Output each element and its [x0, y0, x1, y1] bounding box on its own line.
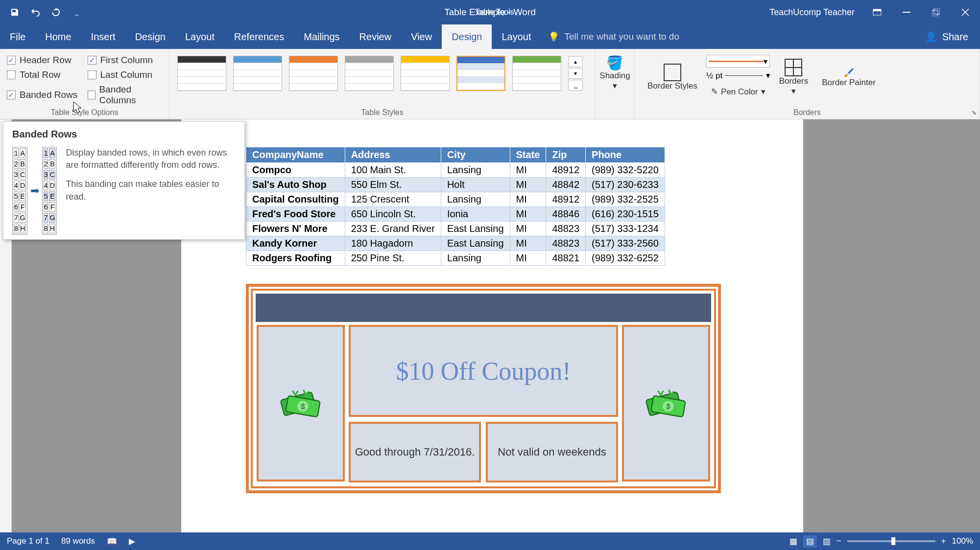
line-weight-dropdown[interactable]: ½ pt▾ — [706, 70, 770, 81]
table-cell[interactable]: Fred's Food Store — [246, 207, 345, 222]
tab-mailings[interactable]: Mailings — [294, 24, 349, 49]
tab-file[interactable]: File — [0, 24, 35, 49]
table-row[interactable]: Compco100 Main St.LansingMI48912(989) 33… — [246, 163, 665, 178]
tab-layout[interactable]: Layout — [175, 24, 224, 49]
table-row[interactable]: Rodgers Roofing250 Pine St.LansingMI4882… — [246, 251, 665, 266]
table-cell[interactable]: (517) 230-6233 — [586, 178, 665, 192]
table-style-thumb-selected[interactable] — [456, 56, 505, 91]
table-cell[interactable]: Compco — [246, 163, 345, 178]
line-style-dropdown[interactable]: ▾ — [706, 55, 770, 68]
last-column-checkbox[interactable]: Last Column — [88, 69, 163, 80]
table-cell[interactable]: 250 Pine St. — [345, 251, 441, 266]
table-cell[interactable]: Lansing — [441, 163, 510, 178]
table-cell[interactable]: (517) 333-2560 — [586, 236, 665, 251]
borders-button[interactable]: Borders ▾ — [774, 56, 813, 99]
table-cell[interactable]: 125 Crescent — [345, 192, 441, 207]
table-styles-more[interactable]: ▴ ▾ ⎯ — [568, 56, 583, 91]
tab-table-layout[interactable]: Layout — [492, 24, 541, 49]
table-style-thumb[interactable] — [177, 56, 226, 91]
table-cell[interactable]: 48912 — [546, 192, 586, 207]
table-cell[interactable]: Holt — [441, 178, 510, 192]
undo-icon[interactable] — [29, 6, 41, 18]
share-button[interactable]: 👤 Share — [913, 24, 980, 49]
table-cell[interactable]: MI — [510, 163, 546, 178]
table-style-thumb[interactable] — [289, 56, 338, 91]
table-cell[interactable]: MI — [510, 251, 546, 266]
table-cell[interactable]: Capital Consulting — [246, 192, 345, 207]
table-cell[interactable]: 233 E. Grand River — [345, 222, 441, 236]
border-painter-button[interactable]: 🖌️ Border Painter — [817, 65, 881, 91]
table-cell[interactable]: Rodgers Roofing — [246, 251, 345, 266]
table-cell[interactable]: 48846 — [546, 207, 586, 222]
table-row[interactable]: Flowers N' More233 E. Grand RiverEast La… — [246, 222, 665, 236]
table-cell[interactable]: East Lansing — [441, 236, 510, 251]
table-cell[interactable]: Lansing — [441, 251, 510, 266]
close-icon[interactable] — [951, 0, 980, 24]
table-cell[interactable]: (989) 332-2525 — [586, 192, 665, 207]
table-cell[interactable]: (517) 333-1234 — [586, 222, 665, 236]
table-style-thumb[interactable] — [512, 56, 561, 91]
border-styles-button[interactable]: Border Styles — [643, 61, 702, 94]
spell-check-icon[interactable]: 📖 — [107, 536, 117, 547]
redo-icon[interactable] — [50, 6, 62, 18]
company-data-table[interactable]: CompanyNameAddressCityStateZipPhone Comp… — [246, 147, 665, 266]
table-cell[interactable]: Lansing — [441, 192, 510, 207]
banded-rows-checkbox[interactable]: ✓Banded Rows — [7, 84, 82, 106]
table-cell[interactable]: (989) 332-5220 — [586, 163, 665, 178]
zoom-out-icon[interactable]: − — [837, 536, 841, 546]
table-row[interactable]: Fred's Food Store650 Lincoln St.IoniaMI4… — [246, 207, 665, 222]
table-style-thumb[interactable] — [401, 56, 450, 91]
table-cell[interactable]: 550 Elm St. — [345, 178, 441, 192]
web-layout-icon[interactable]: ▥ — [823, 536, 831, 547]
tab-view[interactable]: View — [401, 24, 442, 49]
more-styles-icon[interactable]: ⎯ — [568, 80, 583, 91]
pen-color-button[interactable]: ✎ Pen Color ▾ — [706, 84, 770, 100]
ribbon-display-icon[interactable] — [862, 0, 892, 24]
table-cell[interactable]: MI — [510, 222, 546, 236]
zoom-level[interactable]: 100% — [952, 536, 973, 546]
table-row[interactable]: Sal's Auto Shop550 Elm St.HoltMI48842(51… — [246, 178, 665, 192]
table-cell[interactable]: 100 Main St. — [345, 163, 441, 178]
word-count[interactable]: 89 words — [61, 536, 95, 546]
tab-design[interactable]: Design — [125, 24, 175, 49]
tab-home[interactable]: Home — [35, 24, 81, 49]
table-row[interactable]: Capital Consulting125 CrescentLansingMI4… — [246, 192, 665, 207]
macro-icon[interactable]: ▶ — [129, 536, 135, 547]
scroll-down-icon[interactable]: ▾ — [568, 68, 583, 79]
table-cell[interactable]: Kandy Korner — [246, 236, 345, 251]
table-cell[interactable]: 180 Hagadorn — [345, 236, 441, 251]
table-style-thumb[interactable] — [233, 56, 282, 91]
table-cell[interactable]: 48823 — [546, 236, 586, 251]
table-row[interactable]: Kandy Korner180 HagadornEast LansingMI48… — [246, 236, 665, 251]
dialog-launcher-icon[interactable]: ⬊ — [972, 109, 977, 116]
coupon-table[interactable]: $$ $10 Off Coupon! Good through 7/31/201… — [246, 284, 721, 493]
table-cell[interactable]: MI — [510, 207, 546, 222]
tab-table-design[interactable]: Design — [442, 24, 492, 49]
tab-references[interactable]: References — [224, 24, 294, 49]
tell-me-search[interactable]: 💡 Tell me what you want to do — [541, 24, 686, 49]
restore-icon[interactable] — [921, 0, 951, 24]
table-cell[interactable]: Ionia — [441, 207, 510, 222]
header-row-checkbox[interactable]: ✓Header Row — [7, 55, 82, 66]
tab-insert[interactable]: Insert — [81, 24, 125, 49]
table-cell[interactable]: 48842 — [546, 178, 586, 192]
first-column-checkbox[interactable]: ✓First Column — [88, 55, 163, 66]
zoom-slider[interactable] — [847, 540, 935, 542]
table-cell[interactable]: MI — [510, 236, 546, 251]
page-indicator[interactable]: Page 1 of 1 — [7, 536, 49, 546]
table-cell[interactable]: 48823 — [546, 222, 586, 236]
banded-columns-checkbox[interactable]: Banded Columns — [88, 84, 163, 106]
qat-customize-icon[interactable]: ⎯ — [71, 6, 82, 18]
shading-button[interactable]: 🪣 Shading ▾ — [600, 52, 629, 94]
minimize-icon[interactable] — [892, 0, 921, 24]
table-cell[interactable]: 48821 — [546, 251, 586, 266]
print-layout-icon[interactable]: ▤ — [803, 535, 817, 548]
table-cell[interactable]: MI — [510, 178, 546, 192]
total-row-checkbox[interactable]: Total Row — [7, 69, 82, 80]
table-cell[interactable]: Sal's Auto Shop — [246, 178, 345, 192]
read-mode-icon[interactable]: ▦ — [789, 536, 797, 547]
scroll-up-icon[interactable]: ▴ — [568, 56, 583, 67]
tab-review[interactable]: Review — [350, 24, 402, 49]
table-cell[interactable]: 48912 — [546, 163, 586, 178]
zoom-in-icon[interactable]: + — [941, 536, 946, 546]
